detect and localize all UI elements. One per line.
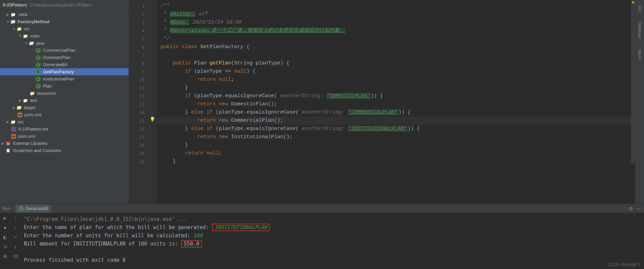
tree-file-institutional[interactable]: InstitutionalPlan (0, 75, 129, 83)
rerun-icon[interactable]: ▶ (2, 215, 8, 221)
maven-icon (17, 113, 22, 117)
project-name: lf-23Pattern (3, 2, 27, 8)
run-toolbar-primary: ▶ ■ ◧ ⇲ 🖶 (0, 213, 10, 269)
folder-icon (10, 12, 16, 17)
database-tool[interactable]: Database (637, 20, 643, 40)
run-header: Run: GenerateBill ⚙ — (0, 204, 644, 213)
tree-src[interactable]: ▼src (0, 25, 129, 32)
right-toolbar: Ant Database Maven (635, 0, 644, 204)
class-icon (19, 206, 24, 211)
up-icon[interactable]: ↑ (12, 215, 18, 221)
minimize-icon[interactable]: — (636, 206, 641, 211)
chevron-right-icon[interactable]: ▶ (1, 141, 5, 146)
export-icon[interactable]: ⇲ (2, 244, 8, 250)
chevron-right-icon[interactable]: ▶ (12, 105, 16, 110)
gutter-icons: 💡 (148, 0, 157, 204)
watermark: CSDN @java路飞 (608, 262, 641, 268)
folder-icon (16, 26, 22, 32)
line-gutter: 1234567891011121314151617181920 (129, 0, 148, 204)
tree-resources[interactable]: resources (0, 90, 129, 97)
tree-src-outer[interactable]: ▶src (0, 118, 129, 125)
iml-icon (11, 127, 16, 132)
tree-file-domestic[interactable]: DomesticPlan (0, 54, 129, 61)
module-icon (10, 19, 16, 25)
chevron-right-icon[interactable]: ▶ (18, 98, 23, 103)
tree-idea[interactable]: ▶.idea (0, 11, 129, 18)
stop-icon[interactable]: ■ (2, 225, 8, 231)
clear-icon[interactable]: ⌫ (12, 253, 18, 259)
run-panel: Run: GenerateBill ⚙ — ▶ ■ ◧ ⇲ 🖶 ↑ ↓ ↩ ⤓ … (0, 204, 644, 269)
class-icon (36, 55, 41, 60)
scroll-icon[interactable]: ⤓ (12, 244, 18, 250)
maven-icon (11, 134, 16, 139)
tree-ext-lib[interactable]: ▶External Libraries (0, 140, 129, 147)
target-folder-icon (16, 105, 22, 110)
chevron-down-icon[interactable]: ▼ (18, 34, 23, 39)
chevron-down-icon[interactable]: ▼ (12, 27, 16, 31)
tree-file-commercial[interactable]: CommercialPlan (0, 47, 129, 54)
class-icon (36, 48, 41, 53)
class-run-icon (36, 62, 41, 67)
scratch-icon (5, 148, 11, 153)
tree-pom-outer[interactable]: pom.xml (0, 133, 129, 140)
project-header: lf-23Pattern D:\wenjian\workspace\lf-23P… (0, 0, 129, 10)
ant-tool[interactable]: Ant (637, 3, 643, 13)
project-path: D:\wenjian\workspace\lf-23Pattern (30, 3, 92, 8)
folder-icon (10, 119, 16, 125)
class-icon (36, 77, 41, 81)
tree-iml[interactable]: lf-23Pattern.iml (0, 125, 129, 133)
intention-bulb-icon[interactable]: 💡 (149, 117, 155, 122)
editor[interactable]: 1234567891011121314151617181920 💡 /** * … (129, 0, 635, 204)
tree-factory-method[interactable]: ▼FactoryMethod (0, 18, 129, 25)
warning-mark-icon[interactable] (632, 1, 634, 3)
tree-scratch[interactable]: Scratches and Consoles (0, 147, 129, 154)
chevron-down-icon[interactable]: ▼ (24, 41, 29, 46)
run-tab[interactable]: GenerateBill (15, 205, 52, 213)
tree-target[interactable]: ▶target (0, 104, 129, 111)
tree-file-generatebill[interactable]: GenerateBill (0, 61, 129, 68)
project-tree[interactable]: ▶.idea ▼FactoryMethod ▼src ▼main ▼java C… (0, 10, 129, 204)
code-area[interactable]: /** * @Author: srf * @Date: 2023/11/24 1… (157, 0, 635, 204)
print-icon[interactable]: 🖶 (2, 253, 8, 259)
layout-icon[interactable]: ◧ (2, 234, 8, 240)
run-label: Run: (3, 206, 11, 211)
resources-folder-icon (29, 91, 35, 96)
source-folder-icon (29, 41, 34, 46)
folder-icon (23, 98, 28, 103)
tree-main[interactable]: ▼main (0, 32, 129, 40)
chevron-right-icon[interactable]: ▶ (5, 120, 10, 124)
console-output[interactable]: "C:\Program Files\Java\jdk1.8.0_152\bin\… (20, 213, 644, 269)
project-sidebar: lf-23Pattern D:\wenjian\workspace\lf-23P… (0, 0, 129, 204)
gear-icon[interactable]: ⚙ (629, 206, 633, 211)
class-icon (36, 84, 41, 89)
library-icon (5, 141, 11, 146)
tree-pom[interactable]: pom.xml (0, 111, 129, 118)
run-toolbar-secondary: ↑ ↓ ↩ ⤓ ⌫ (10, 213, 20, 269)
folder-icon (23, 33, 28, 39)
down-icon[interactable]: ↓ (12, 225, 18, 231)
wrap-icon[interactable]: ↩ (12, 234, 18, 240)
tree-file-getplanfactory[interactable]: GetPlanFactory (0, 68, 129, 75)
tree-file-plan[interactable]: Plan (0, 83, 129, 90)
maven-tool[interactable]: Maven (637, 47, 643, 62)
tree-test[interactable]: ▶test (0, 97, 129, 104)
chevron-down-icon[interactable]: ▼ (5, 19, 10, 24)
chevron-right-icon[interactable]: ▶ (5, 12, 10, 17)
tree-java[interactable]: ▼java (0, 40, 129, 47)
error-stripe[interactable] (631, 0, 635, 164)
class-icon (36, 70, 41, 74)
